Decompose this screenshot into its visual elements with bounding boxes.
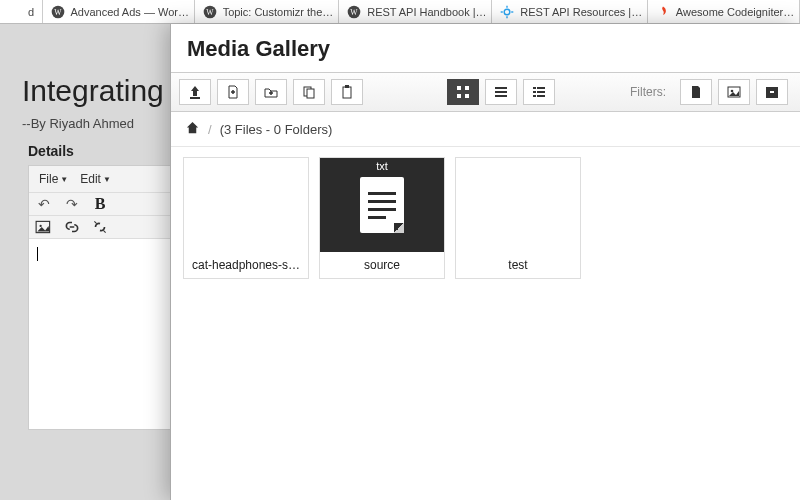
svg-text:W: W: [206, 7, 214, 16]
image-browse-icon[interactable]: [35, 218, 53, 236]
caret-down-icon: ▼: [60, 175, 68, 184]
image-thumbnail: [456, 158, 580, 252]
item-name: test: [456, 252, 580, 278]
filter-archives-button[interactable]: [756, 79, 788, 105]
svg-rect-31: [533, 95, 536, 97]
document-icon: [360, 177, 404, 233]
gear-icon: [500, 5, 514, 19]
grid-view-button[interactable]: [447, 79, 479, 105]
file-menu[interactable]: File▼: [35, 170, 72, 188]
svg-line-14: [103, 230, 105, 232]
svg-rect-22: [457, 94, 461, 98]
gallery-item[interactable]: cat-headphones-s…: [183, 157, 309, 279]
svg-rect-35: [766, 89, 778, 98]
svg-rect-36: [766, 87, 778, 90]
home-icon[interactable]: [185, 120, 200, 138]
filter-images-button[interactable]: [718, 79, 750, 105]
media-gallery-modal: Media Gallery Filters: / (3 Files - 0 Fo…: [170, 24, 800, 500]
undo-icon[interactable]: ↶: [35, 195, 53, 213]
redo-icon[interactable]: ↷: [63, 195, 81, 213]
paste-button[interactable]: [331, 79, 363, 105]
svg-text:W: W: [351, 7, 359, 16]
svg-rect-18: [343, 87, 351, 98]
tab-label: Topic: Customizr the…: [223, 6, 334, 18]
browser-tab[interactable]: W REST API Handbook |…: [339, 0, 492, 23]
bold-icon[interactable]: B: [91, 195, 109, 213]
gallery-item[interactable]: test: [455, 157, 581, 279]
browser-tabs: d W Advanced Ads — Wor… W Topic: Customi…: [0, 0, 800, 24]
wordpress-icon: W: [203, 5, 217, 19]
svg-rect-19: [345, 85, 349, 88]
svg-rect-28: [537, 87, 545, 89]
copy-button[interactable]: [293, 79, 325, 105]
link-icon[interactable]: [63, 218, 81, 236]
item-name: source: [320, 252, 444, 278]
browser-tab[interactable]: W Topic: Customizr the…: [195, 0, 340, 23]
gallery-grid: cat-headphones-s… txt source test: [171, 147, 800, 289]
svg-rect-21: [465, 86, 469, 90]
browser-tab[interactable]: Awesome Codeigniter…: [648, 0, 800, 23]
svg-rect-32: [537, 95, 545, 97]
svg-rect-23: [465, 94, 469, 98]
filters-label: Filters:: [630, 85, 666, 99]
edit-menu[interactable]: Edit▼: [76, 170, 115, 188]
svg-rect-30: [537, 91, 545, 93]
text-cursor: [37, 247, 38, 261]
svg-rect-27: [533, 87, 536, 89]
gallery-toolbar: Filters:: [171, 72, 800, 112]
svg-rect-26: [495, 95, 507, 97]
wordpress-icon: W: [347, 5, 361, 19]
browser-tab[interactable]: W Advanced Ads — Wor…: [43, 0, 195, 23]
svg-line-13: [94, 221, 96, 223]
new-file-button[interactable]: [217, 79, 249, 105]
tab-label: REST API Handbook |…: [367, 6, 486, 18]
tab-label: Advanced Ads — Wor…: [71, 6, 189, 18]
gallery-item[interactable]: txt source: [319, 157, 445, 279]
svg-rect-24: [495, 87, 507, 89]
svg-text:W: W: [54, 7, 62, 16]
svg-rect-37: [770, 91, 774, 93]
upload-button[interactable]: [179, 79, 211, 105]
browser-tab[interactable]: REST API Resources |…: [492, 0, 648, 23]
wordpress-icon: W: [51, 5, 65, 19]
caret-down-icon: ▼: [103, 175, 111, 184]
item-name: cat-headphones-s…: [184, 252, 308, 278]
svg-point-34: [731, 90, 734, 93]
breadcrumb-separator: /: [208, 122, 212, 137]
unlink-icon[interactable]: [91, 218, 109, 236]
favicon-generic-icon: [8, 5, 22, 19]
tab-label: REST API Resources |…: [520, 6, 642, 18]
new-folder-button[interactable]: [255, 79, 287, 105]
svg-rect-17: [307, 89, 314, 98]
modal-title: Media Gallery: [171, 24, 800, 72]
svg-rect-25: [495, 91, 507, 93]
svg-rect-15: [190, 97, 200, 99]
svg-rect-20: [457, 86, 461, 90]
svg-rect-29: [533, 91, 536, 93]
browser-tab[interactable]: d: [0, 0, 43, 23]
tab-label: Awesome Codeigniter…: [676, 6, 794, 18]
image-thumbnail: [184, 158, 308, 252]
file-type-badge: txt: [376, 160, 388, 172]
txt-thumbnail: txt: [320, 158, 444, 252]
tab-label: d: [28, 6, 34, 18]
svg-point-6: [505, 9, 511, 15]
detail-view-button[interactable]: [523, 79, 555, 105]
breadcrumb-summary: (3 Files - 0 Folders): [220, 122, 333, 137]
filter-documents-button[interactable]: [680, 79, 712, 105]
svg-point-12: [40, 225, 42, 227]
list-view-button[interactable]: [485, 79, 517, 105]
breadcrumb: / (3 Files - 0 Folders): [171, 112, 800, 147]
codeigniter-icon: [656, 5, 670, 19]
